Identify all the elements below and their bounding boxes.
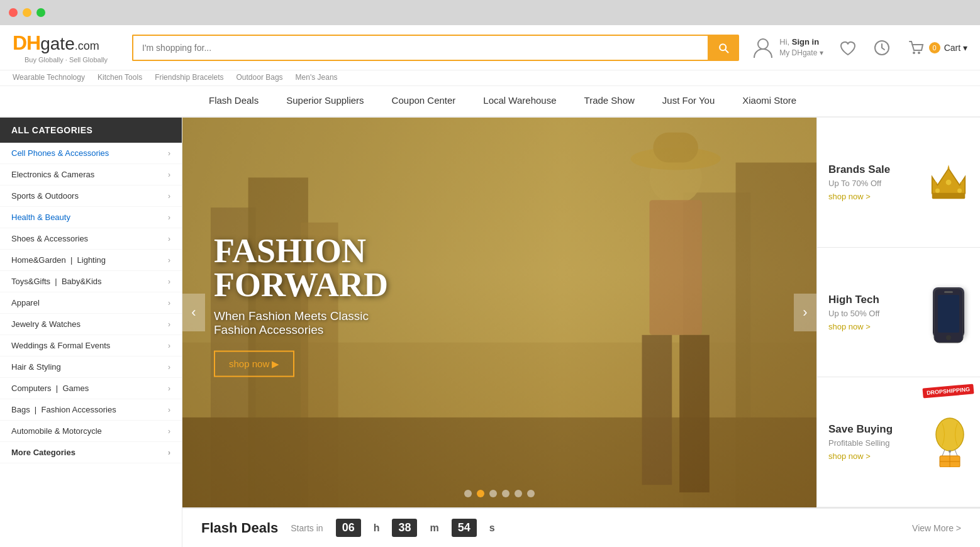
slider-dot-6[interactable]: [527, 490, 535, 497]
chevron-right-icon: ›: [168, 406, 170, 414]
slider-dot-4[interactable]: [502, 490, 509, 497]
cart-button[interactable]: 0 Cart ▾: [906, 38, 967, 57]
flash-hours-display: 06: [336, 519, 361, 537]
sidebar-item-apparel[interactable]: Apparel ›: [0, 292, 182, 314]
promo-panel-brands-sale[interactable]: Brands Sale Up To 70% Off shop now >: [817, 118, 980, 248]
header: DH gate .com Buy Globally · Sell Globall…: [0, 25, 980, 70]
chevron-right-icon: ›: [168, 299, 170, 307]
sidebar-item-cell-phones[interactable]: Cell Phones & Accessories ›: [0, 143, 182, 164]
cart-label: Cart ▾: [944, 43, 967, 53]
svg-rect-17: [653, 133, 698, 163]
promo-panel-high-tech[interactable]: High Tech Up to 50% Off shop now >: [817, 248, 980, 378]
sidebar-item-toys-gifts[interactable]: Toys&Gifts | Baby&Kids ›: [0, 271, 182, 292]
nav-bar: Flash Deals Superior Suppliers Coupon Ce…: [0, 86, 980, 118]
user-signin-area[interactable]: Hi, Sign in My DHgate ▾: [752, 36, 823, 59]
slider-dot-5[interactable]: [515, 490, 522, 497]
phone-icon: [923, 287, 974, 338]
hero-slider: FASHION FORWARD When Fashion Meets Class…: [182, 118, 816, 507]
user-hi: Hi,: [779, 37, 792, 47]
flash-view-more-link[interactable]: View More >: [912, 523, 961, 533]
slider-row: FASHION FORWARD When Fashion Meets Class…: [182, 118, 980, 507]
chevron-right-icon: ›: [168, 277, 170, 286]
sidebar-item-sports[interactable]: Sports & Outdoors ›: [0, 185, 182, 207]
sidebar-item-shoes[interactable]: Shoes & Accessories ›: [0, 228, 182, 250]
crown-icon: [923, 157, 974, 207]
sidebar-item-computers[interactable]: Computers | Games ›: [0, 378, 182, 399]
svg-point-21: [935, 188, 940, 192]
sidebar-header: ALL CATEGORIES: [0, 118, 182, 143]
history-button[interactable]: [872, 38, 891, 57]
chevron-right-icon: ›: [168, 384, 170, 393]
tab-trade-show[interactable]: Trade Show: [571, 86, 649, 116]
header-actions: Hi, Sign in My DHgate ▾: [752, 36, 967, 59]
signin-link[interactable]: Sign in: [792, 37, 819, 47]
sidebar-item-more[interactable]: More Categories ›: [0, 442, 182, 463]
flash-s-label: s: [489, 522, 495, 534]
tab-xiaomi-store[interactable]: Xiaomi Store: [728, 86, 810, 116]
minimize-button[interactable]: [23, 8, 31, 17]
chevron-right-icon: ›: [168, 235, 170, 243]
tab-local-warehouse[interactable]: Local Warehouse: [469, 86, 570, 116]
chevron-right-icon: ›: [168, 213, 170, 222]
svg-point-2: [913, 52, 915, 54]
tab-flash-deals[interactable]: Flash Deals: [195, 86, 272, 116]
search-button[interactable]: [708, 35, 739, 61]
mydhgate-link[interactable]: My DHgate ▾: [779, 48, 823, 58]
slider-dots: [464, 490, 535, 497]
quick-link-kitchen[interactable]: Kitchen Tools: [97, 73, 142, 82]
svg-marker-23: [947, 165, 950, 169]
svg-line-32: [955, 450, 957, 456]
svg-rect-28: [944, 291, 953, 293]
sidebar-item-health-beauty[interactable]: Health & Beauty ›: [0, 207, 182, 228]
wishlist-button[interactable]: [838, 38, 857, 57]
svg-rect-27: [938, 295, 959, 333]
close-button[interactable]: [9, 8, 18, 17]
sidebar-item-jewelry[interactable]: Jewelry & Watches ›: [0, 314, 182, 335]
hero-shop-now-button[interactable]: shop now ▶: [214, 351, 294, 377]
history-icon: [872, 38, 891, 57]
chevron-right-icon: ›: [168, 363, 170, 372]
chevron-right-icon: ›: [168, 170, 170, 179]
quick-link-bags[interactable]: Outdoor Bags: [237, 73, 283, 82]
hero-subtitle: When Fashion Meets ClassicFashion Access…: [214, 309, 388, 337]
quick-link-bracelets[interactable]: Friendship Bracelets: [155, 73, 223, 82]
svg-point-20: [946, 179, 952, 185]
flash-starts-label: Starts in: [291, 523, 323, 533]
sidebar-item-home-garden[interactable]: Home&Garden | Lighting ›: [0, 250, 182, 271]
promo-panel-save-buying[interactable]: Save Buying Profitable Selling shop now …: [817, 377, 980, 507]
sidebar-item-weddings[interactable]: Weddings & Formal Events ›: [0, 335, 182, 356]
slider-next-button[interactable]: ›: [794, 294, 816, 331]
tab-coupon-center[interactable]: Coupon Center: [378, 86, 470, 116]
quick-links: Wearable Technology Kitchen Tools Friend…: [0, 70, 980, 86]
sidebar-item-automobile[interactable]: Automobile & Motorcycle ›: [0, 421, 182, 442]
tab-superior-suppliers[interactable]: Superior Suppliers: [272, 86, 377, 116]
quick-link-jeans[interactable]: Men's Jeans: [296, 73, 338, 82]
svg-point-29: [946, 335, 951, 340]
hero-text: FASHION FORWARD When Fashion Meets Class…: [214, 234, 388, 377]
sidebar-item-hair[interactable]: Hair & Styling ›: [0, 356, 182, 378]
dropship-icon: [925, 417, 975, 467]
slider-dot-2[interactable]: [477, 490, 484, 497]
maximize-button[interactable]: [36, 8, 45, 17]
chevron-right-icon: ›: [168, 448, 170, 457]
chevron-right-icon: ›: [168, 192, 170, 201]
search-input[interactable]: [132, 35, 708, 61]
logo[interactable]: DH gate .com Buy Globally · Sell Globall…: [13, 31, 120, 64]
flash-seconds-display: 54: [452, 519, 477, 537]
right-panels: Brands Sale Up To 70% Off shop now >: [816, 118, 980, 507]
svg-point-3: [918, 52, 920, 54]
sidebar-item-bags[interactable]: Bags | Fashion Accessories ›: [0, 399, 182, 421]
chevron-right-icon: ›: [168, 256, 170, 265]
chevron-right-icon: ›: [168, 427, 170, 436]
tab-just-for-you[interactable]: Just For You: [649, 86, 728, 116]
quick-link-wearable[interactable]: Wearable Technology: [13, 73, 85, 82]
sidebar-item-electronics[interactable]: Electronics & Cameras ›: [0, 164, 182, 185]
dropshipping-badge: DROPSHIPPING: [922, 384, 974, 399]
slider-dot-3[interactable]: [489, 490, 497, 497]
search-bar: [132, 35, 739, 61]
slider-prev-button[interactable]: ‹: [182, 294, 205, 331]
slider-dot-1[interactable]: [464, 490, 472, 497]
heart-icon: [838, 38, 857, 57]
svg-rect-14: [642, 335, 672, 485]
chevron-right-icon: ›: [168, 320, 170, 329]
